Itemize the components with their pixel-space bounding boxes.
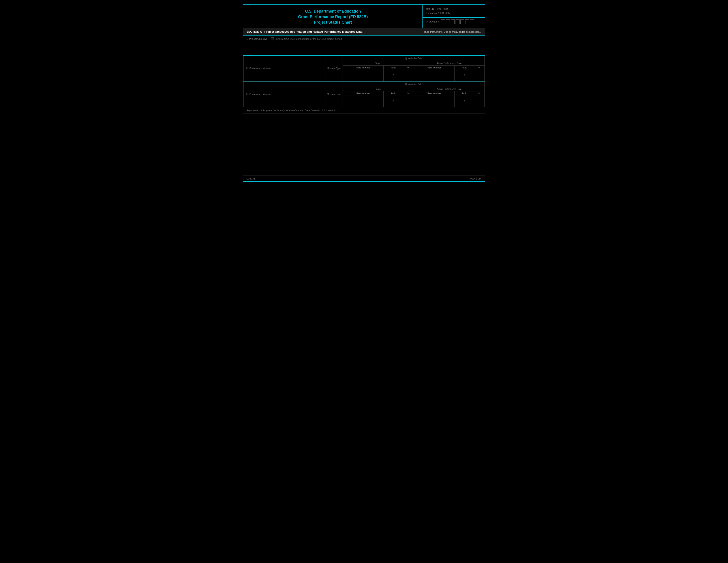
1a-slash-actual: / bbox=[464, 73, 465, 77]
pr-award-box-2[interactable] bbox=[446, 19, 450, 24]
1b-percent-target-value[interactable] bbox=[403, 96, 414, 107]
expiration-date: Expiration: 10 31 2007 bbox=[426, 11, 482, 15]
perf-measure-1a-table: 1a. Performance Measure Measure Type Qua… bbox=[243, 56, 485, 81]
title-line3: Project Status Chart bbox=[248, 20, 418, 25]
1a-measure-type: Measure Type bbox=[325, 56, 343, 81]
1a-target-header: Target bbox=[343, 61, 414, 66]
1b-ratio-actual: Ratio bbox=[455, 91, 474, 96]
1a-raw-actual-value[interactable] bbox=[414, 70, 455, 81]
1b-slash-target: / bbox=[393, 99, 394, 103]
section-a-title: SECTION A - Project Objectives Informati… bbox=[246, 30, 362, 33]
perf-measure-1a-section: 1a. Performance Measure Measure Type Qua… bbox=[243, 56, 485, 81]
perf-measure-1b-section: 1b. Performance Measure Measure Type Qua… bbox=[243, 81, 485, 107]
1b-raw-actual-value[interactable] bbox=[414, 96, 455, 107]
1b-ratio-actual-value[interactable]: / bbox=[455, 96, 474, 107]
section-a-header: SECTION A - Project Objectives Informati… bbox=[243, 28, 485, 36]
1a-percent-actual-value[interactable] bbox=[474, 70, 485, 81]
status-update-label: Check if this is a status update for the… bbox=[276, 38, 342, 40]
1a-raw-number-actual: Raw Number bbox=[414, 66, 455, 70]
objective-input-area[interactable] bbox=[243, 42, 485, 56]
1b-target-header: Target bbox=[343, 87, 414, 91]
explanation-label: Explanation of Progress (Include Qualita… bbox=[243, 107, 485, 114]
title-line2: Grant Performance Report (ED 524B) bbox=[248, 15, 418, 19]
1a-actual-header: Actual Performance Data bbox=[414, 61, 485, 66]
header: U.S. Department of Education Grant Perfo… bbox=[243, 5, 485, 28]
1b-measure-type: Measure Type bbox=[325, 82, 343, 107]
1b-quantitative-header: Quantitative Data bbox=[343, 82, 485, 87]
1b-raw-number-target: Raw Number bbox=[343, 91, 384, 96]
pr-award-label: PR/Award #: bbox=[426, 20, 440, 23]
1b-percent-actual-value[interactable] bbox=[474, 96, 485, 107]
1b-percent-actual: % bbox=[474, 91, 485, 96]
section-a-note: (See Instructions. Use as many pages as … bbox=[424, 30, 482, 33]
1b-actual-header: Actual Performance Data bbox=[414, 87, 485, 91]
omb-info: OMB No. 1890 0004 Expiration: 10 31 2007 bbox=[423, 5, 485, 18]
1a-percent-target-value[interactable] bbox=[403, 70, 414, 81]
1a-slash-target: / bbox=[393, 73, 394, 77]
1b-label: 1b. Performance Measure bbox=[244, 82, 325, 107]
1a-ratio-target: Ratio bbox=[383, 66, 403, 70]
pr-award-boxes bbox=[441, 19, 482, 24]
1b-slash-actual: / bbox=[464, 99, 465, 103]
1b-ratio-target-value[interactable]: / bbox=[383, 96, 403, 107]
title-line1: U.S. Department of Education bbox=[248, 9, 418, 14]
omb-number: OMB No. 1890 0004 bbox=[426, 7, 482, 11]
footer-left: ED 524B bbox=[246, 177, 255, 180]
1a-percent-target: % bbox=[403, 66, 414, 70]
footer: ED 524B Page 3 of 5 bbox=[243, 176, 485, 181]
project-objective-row: 1. Project Objective Check if this is a … bbox=[243, 36, 485, 42]
pr-award-box-5[interactable] bbox=[460, 19, 464, 24]
1a-ratio-target-value[interactable]: / bbox=[383, 70, 403, 81]
pr-award-box-6[interactable] bbox=[465, 19, 469, 24]
explanation-content-area[interactable] bbox=[243, 114, 485, 175]
header-right: OMB No. 1890 0004 Expiration: 10 31 2007… bbox=[423, 5, 485, 28]
pr-award-box-1[interactable] bbox=[441, 19, 445, 24]
1a-percent-actual: % bbox=[474, 66, 485, 70]
pr-award-box-3[interactable] bbox=[451, 19, 455, 24]
1a-label: 1a. Performance Measure bbox=[244, 56, 325, 81]
table-row-1a-labels: 1a. Performance Measure Measure Type Qua… bbox=[244, 56, 485, 61]
explanation-section: Explanation of Progress (Include Qualita… bbox=[243, 107, 485, 176]
table-row-1b-labels: 1b. Performance Measure Measure Type Qua… bbox=[244, 82, 485, 87]
1a-ratio-actual: Ratio bbox=[455, 66, 474, 70]
perf-measure-1b-table: 1b. Performance Measure Measure Type Qua… bbox=[243, 81, 485, 107]
1b-raw-target-value[interactable] bbox=[343, 96, 384, 107]
1a-quantitative-header: Quantitative Data bbox=[343, 56, 485, 61]
1a-raw-number-target: Raw Number bbox=[343, 66, 384, 70]
pr-award-area: PR/Award #: bbox=[423, 18, 485, 26]
project-objective-label: 1. Project Objective bbox=[246, 38, 268, 40]
1b-ratio-target: Ratio bbox=[383, 91, 403, 96]
status-update-checkbox[interactable] bbox=[271, 37, 274, 40]
footer-right: Page 3 of 5 bbox=[470, 177, 482, 180]
1b-raw-number-actual: Raw Number bbox=[414, 91, 455, 96]
header-title-area: U.S. Department of Education Grant Perfo… bbox=[243, 5, 423, 28]
pr-award-box-4[interactable] bbox=[456, 19, 460, 24]
pr-award-box-7[interactable] bbox=[470, 19, 474, 24]
page-container: U.S. Department of Education Grant Perfo… bbox=[243, 4, 485, 182]
1a-raw-target-value[interactable] bbox=[343, 70, 384, 81]
1a-ratio-actual-value[interactable]: / bbox=[455, 70, 474, 81]
1b-percent-target: % bbox=[403, 91, 414, 96]
